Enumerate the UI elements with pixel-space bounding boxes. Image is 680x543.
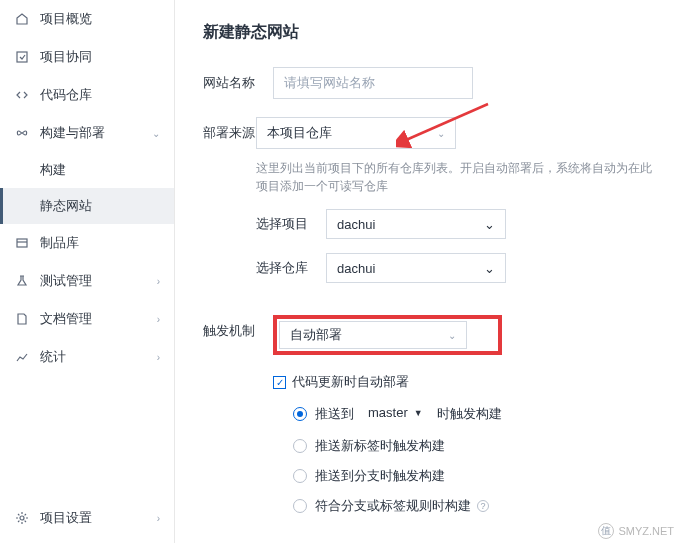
row-select-project: 选择项目 dachui ⌄	[256, 209, 656, 239]
repo-select[interactable]: dachui ⌄	[326, 253, 506, 283]
auto-deploy-checkbox-row[interactable]: ✓ 代码更新时自动部署	[273, 373, 502, 391]
chevron-right-icon: ›	[157, 276, 160, 287]
highlight-annotation: 自动部署 ⌄	[273, 315, 502, 355]
chevron-down-icon: ⌄	[437, 128, 445, 139]
watermark: 值 SMYZ.NET	[598, 523, 674, 539]
sidebar-label: 文档管理	[40, 310, 92, 328]
sidebar-label: 代码仓库	[40, 86, 92, 104]
radio-icon	[293, 407, 307, 421]
sidebar-item-settings[interactable]: 项目设置 ›	[0, 499, 174, 537]
check-square-icon	[14, 49, 30, 65]
sidebar-label: 构建与部署	[40, 124, 105, 142]
deploy-source-label: 部署来源	[203, 117, 256, 142]
opt-push-to[interactable]: 推送到 master ▼ 时触发构建	[293, 403, 502, 425]
sidebar-label: 测试管理	[40, 272, 92, 290]
package-icon	[14, 235, 30, 251]
svg-rect-0	[17, 52, 27, 62]
site-name-input[interactable]: 请填写网站名称	[273, 67, 473, 99]
chevron-down-icon: ⌄	[152, 128, 160, 139]
chevron-down-icon: ⌄	[484, 217, 495, 232]
row-site-name: 网站名称 请填写网站名称	[203, 67, 656, 99]
svg-point-2	[20, 516, 24, 520]
sidebar-item-test[interactable]: 测试管理 ›	[0, 262, 174, 300]
checkbox-icon: ✓	[273, 376, 286, 389]
gear-icon	[14, 510, 30, 526]
sidebar-label: 项目概览	[40, 10, 92, 28]
radio-icon	[293, 469, 307, 483]
trigger-label: 触发机制	[203, 315, 273, 340]
sidebar-label: 项目设置	[40, 509, 92, 527]
sidebar-sub-static-site[interactable]: 静态网站	[0, 188, 174, 224]
document-icon	[14, 311, 30, 327]
sidebar-item-code[interactable]: 代码仓库	[0, 76, 174, 114]
sidebar-label: 制品库	[40, 234, 79, 252]
trigger-select[interactable]: 自动部署 ⌄	[279, 321, 467, 349]
code-icon	[14, 87, 30, 103]
svg-rect-1	[17, 239, 27, 247]
opt-new-tag[interactable]: 推送新标签时触发构建	[293, 437, 502, 455]
site-name-label: 网站名称	[203, 67, 273, 92]
opt-match-rule[interactable]: 符合分支或标签规则时构建 ?	[293, 497, 502, 515]
chevron-down-icon: ⌄	[448, 330, 456, 341]
branch-select[interactable]: master ▼	[360, 403, 431, 425]
chevron-right-icon: ›	[157, 513, 160, 524]
infinity-icon	[14, 125, 30, 141]
sidebar-item-stats[interactable]: 统计 ›	[0, 338, 174, 376]
row-select-repo: 选择仓库 dachui ⌄	[256, 253, 656, 283]
flask-icon	[14, 273, 30, 289]
sidebar: 项目概览 项目协同 代码仓库 构建与部署 ⌄ 构建 静态网站 制品库 测试管理 …	[0, 0, 175, 543]
main-content: 新建静态网站 网站名称 请填写网站名称 部署来源 本项目仓库 ⌄ 这里列出当前项…	[175, 0, 680, 543]
row-deploy-source: 部署来源 本项目仓库 ⌄ 这里列出当前项目下的所有仓库列表。开启自动部署后，系统…	[203, 117, 656, 297]
radio-icon	[293, 499, 307, 513]
deploy-hint: 这里列出当前项目下的所有仓库列表。开启自动部署后，系统将自动为在此项目添加一个可…	[256, 159, 656, 195]
chevron-right-icon: ›	[157, 314, 160, 325]
info-icon: ?	[477, 500, 489, 512]
sidebar-sub-build[interactable]: 构建	[0, 152, 174, 188]
sidebar-label: 项目协同	[40, 48, 92, 66]
chevron-down-icon: ⌄	[484, 261, 495, 276]
opt-push-branch[interactable]: 推送到分支时触发构建	[293, 467, 502, 485]
project-select[interactable]: dachui ⌄	[326, 209, 506, 239]
sidebar-item-overview[interactable]: 项目概览	[0, 0, 174, 38]
sidebar-item-artifacts[interactable]: 制品库	[0, 224, 174, 262]
sidebar-item-docs[interactable]: 文档管理 ›	[0, 300, 174, 338]
sidebar-label: 统计	[40, 348, 66, 366]
chevron-right-icon: ›	[157, 352, 160, 363]
row-trigger: 触发机制 自动部署 ⌄ ✓ 代码更新时自动部署 推送到 master ▼	[203, 315, 656, 527]
deploy-source-select[interactable]: 本项目仓库 ⌄	[256, 117, 456, 149]
sidebar-item-build-deploy[interactable]: 构建与部署 ⌄	[0, 114, 174, 152]
sidebar-item-collab[interactable]: 项目协同	[0, 38, 174, 76]
page-title: 新建静态网站	[203, 22, 656, 43]
chart-icon	[14, 349, 30, 365]
home-icon	[14, 11, 30, 27]
triangle-down-icon: ▼	[414, 408, 423, 418]
radio-icon	[293, 439, 307, 453]
